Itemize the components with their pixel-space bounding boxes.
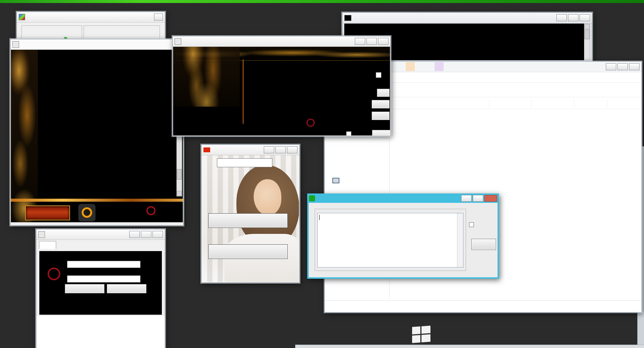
days-remaining [49, 303, 51, 308]
god-of-war-backdrop [45, 268, 63, 280]
dragon-icon [12, 41, 19, 48]
packet-groupbox [315, 209, 466, 271]
dbserver-client-area [11, 50, 183, 222]
online-players-button[interactable] [372, 112, 390, 120]
minimize-button[interactable] [556, 14, 567, 21]
console-icon [344, 15, 351, 21]
close-button[interactable] [484, 195, 497, 202]
auth-domain-value [67, 262, 69, 268]
change-code-button[interactable] [107, 284, 146, 293]
packet-textarea[interactable] [317, 213, 463, 268]
v50-checkbox-row[interactable] [469, 222, 476, 227]
logingate-auth-panel [39, 251, 162, 315]
auth-code-input[interactable] [67, 275, 140, 283]
qgroup-window [201, 144, 300, 283]
maximize-button[interactable] [275, 146, 286, 153]
dragon-icon [175, 38, 181, 45]
reauth-button[interactable] [65, 284, 105, 293]
generic-button[interactable] [372, 130, 390, 135]
gamegate-window [172, 36, 391, 136]
qgroup-titlebar[interactable] [202, 145, 299, 155]
breadcrumb[interactable] [391, 87, 395, 92]
minimize-button[interactable] [606, 63, 616, 70]
close-button[interactable] [580, 14, 590, 21]
bottom-window-sliver [295, 345, 644, 348]
packet-tool-window [307, 193, 499, 279]
pid-input[interactable] [217, 158, 272, 167]
minimize-button[interactable] [129, 231, 140, 238]
chat-monitor-button[interactable] [372, 100, 390, 109]
console-scrollbar[interactable] [584, 24, 590, 60]
scroll-up-arrow[interactable] [584, 24, 590, 29]
text-caret [319, 215, 320, 220]
god-of-war-logo [145, 206, 183, 215]
qgroup-body [202, 155, 299, 282]
scroll-thumb[interactable] [177, 169, 182, 180]
activation-status [49, 303, 51, 308]
desktop [0, 0, 644, 348]
minimize-button[interactable] [264, 146, 274, 153]
scroll-up-arrow[interactable] [457, 213, 463, 219]
run4-titlebar[interactable] [342, 13, 592, 23]
close-button[interactable] [154, 13, 163, 21]
gamegate-client-area [173, 47, 390, 135]
m2-monitor-button[interactable] [377, 89, 390, 97]
breadcrumb-separator-icon [391, 89, 395, 92]
close-button[interactable] [378, 38, 388, 45]
column-header-type[interactable] [532, 99, 574, 108]
close-button[interactable] [629, 63, 640, 70]
close-button[interactable] [152, 231, 163, 238]
maximize-button[interactable] [617, 63, 628, 70]
start-engine-button[interactable] [25, 205, 70, 220]
yi-language-icon [309, 195, 315, 201]
packet-button[interactable] [471, 239, 496, 250]
maximize-button[interactable] [473, 195, 483, 202]
dragon-tail-art [243, 59, 244, 124]
maximize-button[interactable] [366, 38, 377, 45]
column-header-name[interactable] [391, 99, 490, 108]
logo-of-ring-icon [48, 268, 60, 280]
scroll-thumb[interactable] [584, 30, 590, 39]
close-button[interactable] [287, 146, 297, 153]
logo-of-ring-icon [146, 206, 155, 215]
phpstudy-titlebar[interactable] [17, 12, 165, 22]
ribbon-contextual-tab-app-tools[interactable] [435, 62, 444, 71]
gamegate-titlebar[interactable] [173, 36, 390, 47]
sidebar-item-this-pc[interactable] [332, 178, 342, 183]
pid-value [217, 160, 218, 165]
column-header-size[interactable] [575, 99, 607, 108]
flame-divider-art [11, 199, 183, 202]
server-table [37, 316, 164, 348]
minimize-button[interactable] [355, 38, 365, 45]
debug-checkbox[interactable] [376, 72, 381, 78]
maximize-button[interactable] [568, 14, 578, 21]
computer-icon [332, 178, 339, 183]
gamegate-statusbar [173, 131, 390, 135]
phpstudy-app-icon [19, 14, 25, 20]
dbserver-titlebar[interactable] [10, 39, 183, 50]
wallpaper-top-strip [0, 0, 644, 3]
cancel-inject-button[interactable] [208, 244, 288, 259]
ribbon-contextual-tab-shortcut-tools[interactable] [406, 62, 415, 71]
column-header-date[interactable] [490, 99, 532, 108]
maximize-button[interactable] [141, 231, 151, 238]
packet-tool-titlebar[interactable] [307, 193, 499, 203]
minimize-button[interactable] [461, 195, 472, 202]
os-logo [412, 326, 437, 343]
file-list-headers [391, 99, 641, 109]
menu-view[interactable] [39, 241, 56, 249]
logingate-titlebar[interactable] [36, 229, 165, 240]
auth-domain-input[interactable] [67, 261, 140, 268]
packet-tool-body [309, 203, 498, 277]
scroll-down-arrow[interactable] [457, 262, 463, 267]
scroll-checkbox[interactable] [346, 131, 351, 135]
dragon-artwork-left [173, 47, 240, 107]
photo-face [254, 179, 281, 215]
inject-button[interactable] [208, 213, 288, 228]
v50-checkbox[interactable] [469, 222, 474, 227]
logingate-menubar [37, 240, 164, 250]
dragon-artwork [11, 50, 38, 222]
gear-icon[interactable] [78, 204, 96, 222]
scroll-down-arrow[interactable] [177, 191, 182, 196]
textarea-scrollbar[interactable] [457, 213, 463, 267]
